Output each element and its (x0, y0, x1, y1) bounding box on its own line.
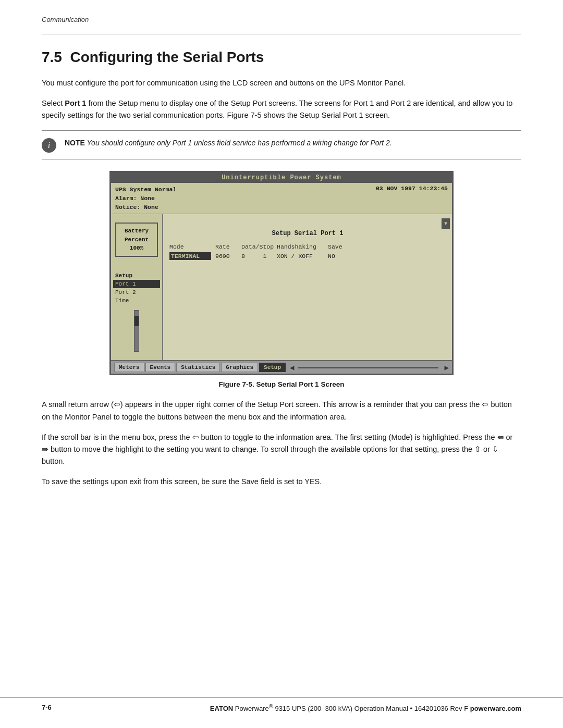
lcd-table-data-row: TERMINAL 9600 8 1 XON / XOFF NO (169, 252, 446, 260)
cell-mode: TERMINAL (169, 252, 211, 260)
lcd-content-title: Setup Serial Port 1 (169, 230, 446, 237)
header-divider (42, 34, 521, 34)
lcd-menu-port2[interactable]: Port 2 (113, 288, 160, 297)
info-icon: i (42, 138, 56, 153)
footer: 7-6 EATON Powerware® 9315 UPS (200–300 k… (0, 697, 563, 712)
lcd-screen: Uninterruptible Power System UPS System … (109, 171, 454, 376)
paragraph-3: A small return arrow (⇦) appears in the … (42, 399, 521, 423)
breadcrumb: Communication (42, 16, 521, 23)
lcd-content: ▼ Setup Serial Port 1 Mode Rate Data/Sto… (163, 214, 452, 360)
paragraph-1: You must configure the port for communic… (42, 77, 521, 89)
footer-website: powerware.com (470, 705, 521, 712)
footer-powerware: Powerware® 9315 UPS (200–300 kVA) Operat… (235, 705, 470, 712)
lcd-status-row: UPS System Normal Alarm: None Notice: No… (115, 185, 448, 212)
tab-events[interactable]: Events (145, 363, 176, 372)
note-box: i NOTE You should configure only Port 1 … (42, 130, 521, 159)
lcd-status-left: UPS System Normal Alarm: None Notice: No… (115, 185, 176, 212)
figure-caption: Figure 7-5. Setup Serial Port 1 Screen (42, 380, 521, 388)
col-save-header: Save (328, 243, 346, 250)
arrow-left-icon: ◀ (290, 363, 294, 372)
lcd-menu-header: Setup (113, 272, 160, 280)
footer-eaton: EATON (210, 705, 233, 712)
lcd-menu-section: Setup Port 1 Port 2 Time (111, 272, 162, 305)
lcd-status-right: 03 NOV 1997 14:23:45 (376, 185, 448, 212)
note-text: NOTE You should configure only Port 1 un… (65, 137, 392, 149)
lcd-bottom-bar: Meters Events Statistics Graphics Setup … (111, 360, 452, 374)
cell-rate: 9600 (215, 253, 237, 260)
paragraph-5: To save the settings upon exit from this… (42, 476, 521, 488)
col-rate-header: Rate (215, 243, 237, 250)
section-title: 7.5 Configuring the Serial Ports (42, 44, 521, 66)
tab-statistics[interactable]: Statistics (176, 363, 220, 372)
lcd-sidebar: Battery Percent 100% Setup Port 1 Port 2… (111, 214, 163, 360)
col-data-header: Data/Stop (241, 243, 273, 250)
col-handshaking-header: Handshaking (277, 243, 324, 250)
lcd-battery-box: Battery Percent 100% (115, 223, 158, 257)
page-container: Communication 7.5 Configuring the Serial… (0, 0, 563, 728)
tab-meters[interactable]: Meters (114, 363, 144, 372)
lcd-status-bar: UPS System Normal Alarm: None Notice: No… (111, 183, 452, 215)
cell-save: NO (328, 253, 346, 260)
lcd-main: Battery Percent 100% Setup Port 1 Port 2… (111, 214, 452, 360)
tab-setup[interactable]: Setup (259, 363, 286, 372)
lcd-scroll-indicator: ▼ (442, 218, 450, 229)
arrow-bar (298, 367, 438, 368)
paragraph-4: If the scroll bar is in the menu box, pr… (42, 431, 521, 468)
cell-handshaking: XON / XOFF (277, 253, 324, 260)
lcd-table-header: Mode Rate Data/Stop Handshaking Save (169, 243, 446, 250)
lcd-title-bar: Uninterruptible Power System (111, 172, 452, 183)
paragraph-2: Select Port 1 from the Setup menu to dis… (42, 97, 521, 121)
lcd-menu-port1[interactable]: Port 1 (113, 280, 160, 288)
lcd-table: Mode Rate Data/Stop Handshaking Save TER… (169, 243, 446, 260)
footer-page-number: 7-6 (42, 704, 52, 711)
col-mode-header: Mode (169, 243, 211, 250)
cell-data-stop: 8 1 (241, 253, 273, 260)
tab-graphics[interactable]: Graphics (221, 363, 258, 372)
lcd-menu-time[interactable]: Time (113, 297, 160, 305)
arrow-right-icon: ▶ (445, 363, 449, 372)
footer-brand: EATON Powerware® 9315 UPS (200–300 kVA) … (210, 703, 521, 712)
